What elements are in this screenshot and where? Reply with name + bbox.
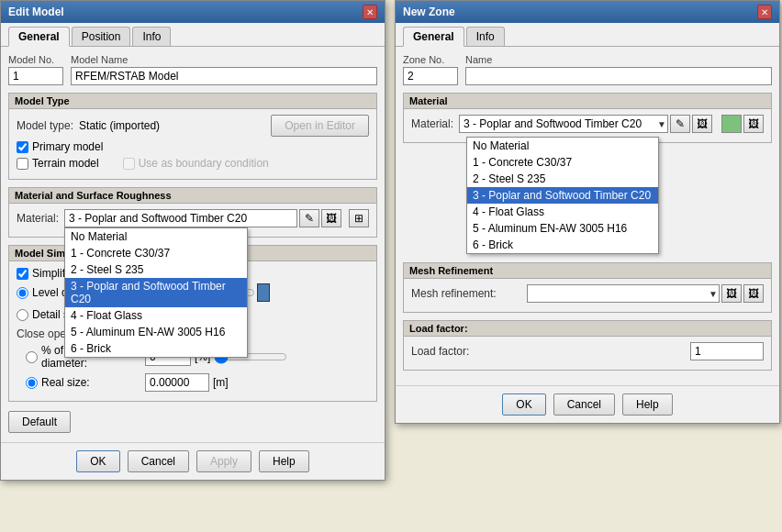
model-type-row: Model type: Static (imported) Open in Ed… (17, 115, 369, 137)
dropdown-item-1[interactable]: 1 - Concrete C30/37 (65, 245, 247, 261)
edit-model-ok-button[interactable]: OK (76, 450, 119, 472)
percent-radio[interactable] (26, 351, 38, 363)
new-zone-tab-bar: General Info (396, 23, 779, 47)
new-zone-dialog: New Zone ✕ General Info Zone No. Name Ma… (395, 0, 780, 424)
load-factor-input[interactable] (690, 342, 764, 360)
edit-model-close-button[interactable]: ✕ (363, 5, 377, 19)
mesh-refinement-dropdown[interactable]: ▼ (527, 284, 720, 303)
new-zone-close-button[interactable]: ✕ (757, 5, 772, 19)
mesh-refinement-section: Mesh Refinement Mesh refinement: ▼ 🖼 🖼 (403, 262, 772, 313)
zone-name-input[interactable] (465, 67, 772, 85)
tab-general-edit[interactable]: General (8, 27, 70, 47)
material-image-icon-btn[interactable]: 🖼 (321, 209, 341, 227)
zone-material-select[interactable]: No Material 1 - Concrete C30/37 2 - Stee… (459, 115, 668, 133)
terrain-model-checkbox[interactable] (17, 158, 28, 170)
dropdown-item-3[interactable]: 3 - Poplar and Softwood Timber C20 (65, 278, 247, 307)
material-row: Material: No Material 1 - Concrete C30/3… (17, 209, 369, 227)
edit-model-cancel-button[interactable]: Cancel (128, 450, 189, 472)
model-no-group: Model No. (8, 54, 63, 85)
material-section-body: Material: No Material 1 - Concrete C30/3… (9, 204, 376, 237)
load-factor-label: Load factor: (411, 345, 469, 358)
edit-model-apply-button[interactable]: Apply (196, 450, 251, 472)
zone-material-label: Material: (411, 117, 453, 130)
material-grid-icon-btn[interactable]: ⊞ (349, 209, 369, 227)
mesh-refinement-select[interactable] (527, 284, 720, 303)
mesh-image-btn[interactable]: 🖼 (721, 284, 742, 303)
tab-info-edit[interactable]: Info (132, 27, 171, 46)
new-zone-content: Zone No. Name Material Material: No Mate… (396, 47, 779, 385)
material-select[interactable]: No Material 1 - Concrete C30/37 2 - Stee… (64, 209, 297, 227)
real-size-radio[interactable] (26, 377, 38, 389)
dropdown-item-4[interactable]: 4 - Float Glass (65, 307, 247, 324)
tab-info-zone[interactable]: Info (466, 27, 505, 46)
zone-dropdown-item-2[interactable]: 2 - Steel S 235 (467, 171, 658, 187)
zone-material-image-btn[interactable]: 🖼 (692, 115, 712, 133)
new-zone-help-button[interactable]: Help (622, 393, 673, 416)
model-name-input[interactable] (71, 67, 377, 85)
use-as-boundary-checkbox (123, 158, 135, 170)
material-edit-icon-btn[interactable]: ✎ (299, 209, 319, 227)
dropdown-item-5[interactable]: 5 - Aluminum EN-AW 3005 H16 (65, 324, 247, 340)
primary-model-label[interactable]: Primary model (17, 140, 103, 153)
terrain-model-label[interactable]: Terrain model (17, 157, 99, 170)
real-size-unit: [m] (213, 376, 229, 389)
terrain-model-row: Terrain model Use as boundary condition (17, 157, 369, 170)
zone-dropdown-item-5[interactable]: 5 - Aluminum EN-AW 3005 H16 (467, 220, 658, 237)
zone-material-controls: No Material 1 - Concrete C30/37 2 - Stee… (459, 115, 712, 133)
zone-dropdown-item-4[interactable]: 4 - Float Glass (467, 204, 658, 220)
mesh-refinement-row: Mesh refinement: ▼ 🖼 🖼 (411, 284, 764, 303)
dropdown-item-6[interactable]: 6 - Brick (65, 340, 247, 357)
material-controls: No Material 1 - Concrete C30/37 2 - Stee… (64, 209, 341, 227)
load-factor-body: Load factor: (404, 337, 771, 370)
zone-material-edit-btn[interactable]: ✎ (670, 115, 690, 133)
zone-dropdown-item-0[interactable]: No Material (467, 138, 658, 154)
model-name-label: Model Name (71, 54, 377, 65)
dropdown-item-0[interactable]: No Material (65, 228, 247, 245)
load-factor-section-title: Load factor: (404, 321, 771, 337)
material-label: Material: (17, 212, 59, 225)
model-type-value: Static (imported) (79, 119, 160, 132)
primary-model-checkbox[interactable] (17, 141, 28, 153)
mesh-grid-btn[interactable]: 🖼 (743, 284, 764, 303)
zone-name-label: Name (465, 54, 772, 65)
dropdown-item-2[interactable]: 2 - Steel S 235 (65, 261, 247, 278)
model-no-input[interactable] (8, 67, 63, 85)
use-as-boundary-label[interactable]: Use as boundary condition (123, 157, 269, 170)
zone-material-dropdown[interactable]: No Material 1 - Concrete C30/37 2 - Stee… (459, 115, 668, 133)
simplify-model-checkbox[interactable] (17, 268, 28, 280)
model-name-group: Model Name (71, 54, 377, 85)
detail-size-radio[interactable] (17, 309, 28, 321)
zone-no-input[interactable] (403, 67, 458, 85)
color-image-btn[interactable]: 🖼 (743, 115, 764, 133)
zone-dropdown-item-6[interactable]: 6 - Brick (467, 237, 658, 253)
level-of-detail-radio[interactable] (17, 287, 28, 299)
zone-material-section-title: Material (404, 94, 771, 109)
mesh-refinement-controls: ▼ 🖼 🖼 (527, 284, 764, 303)
real-size-input[interactable] (145, 373, 209, 392)
open-in-editor-button[interactable]: Open in Editor (271, 115, 369, 137)
tab-position-edit[interactable]: Position (72, 27, 131, 46)
real-size-row: Real size: [m] (26, 373, 369, 392)
edit-model-dialog: Edit Model ✕ General Position Info Model… (0, 0, 385, 481)
zone-name-group: Name (465, 54, 772, 85)
new-zone-titlebar: New Zone ✕ (396, 1, 779, 23)
new-zone-ok-button[interactable]: OK (502, 393, 545, 416)
zone-no-label: Zone No. (403, 54, 458, 65)
default-btn-bar: Default (8, 409, 377, 435)
default-button[interactable]: Default (8, 411, 71, 433)
model-no-label: Model No. (8, 54, 63, 65)
material-section-title: Material and Surface Roughness (9, 188, 376, 204)
zone-material-row: Material: No Material 1 - Concrete C30/3… (411, 115, 764, 133)
edit-model-help-button[interactable]: Help (259, 450, 309, 472)
zone-dropdown-item-3[interactable]: 3 - Poplar and Softwood Timber C20 (467, 187, 658, 204)
zone-dropdown-item-1[interactable]: 1 - Concrete C30/37 (467, 154, 658, 171)
edit-model-tab-bar: General Position Info (1, 23, 385, 47)
real-size-radio-label[interactable]: Real size: (26, 376, 145, 389)
level-slider-thumb (257, 283, 270, 302)
new-zone-cancel-button[interactable]: Cancel (553, 393, 615, 416)
edit-model-titlebar: Edit Model ✕ (1, 1, 385, 23)
model-type-label: Model type: (17, 119, 73, 132)
material-dropdown[interactable]: No Material 1 - Concrete C30/37 2 - Stee… (64, 209, 297, 227)
edit-model-content: Model No. Model Name Model Type Model ty… (1, 47, 385, 442)
tab-general-zone[interactable]: General (403, 27, 464, 47)
